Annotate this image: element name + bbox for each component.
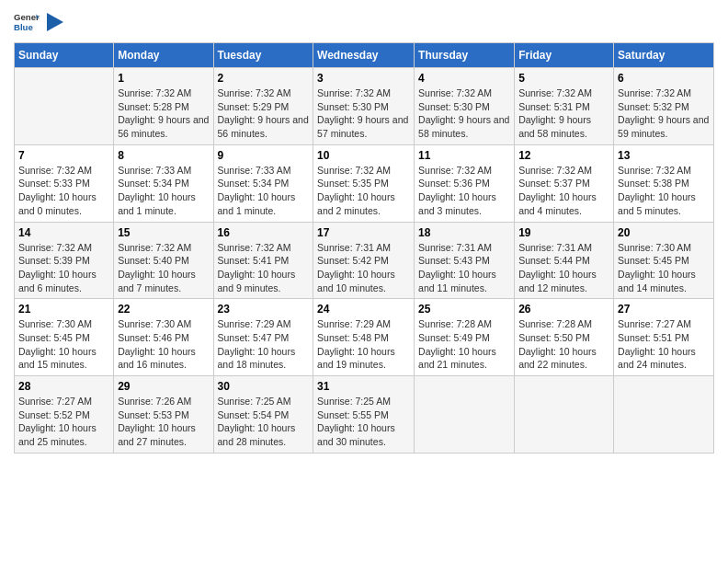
- svg-text:General: General: [14, 12, 40, 22]
- day-info: Sunrise: 7:32 AMSunset: 5:33 PMDaylight:…: [18, 164, 109, 218]
- day-info: Sunrise: 7:28 AMSunset: 5:49 PMDaylight:…: [418, 317, 510, 372]
- day-info: Sunrise: 7:32 AMSunset: 5:29 PMDaylight:…: [218, 86, 310, 141]
- day-number: 11: [418, 149, 510, 162]
- day-info: Sunrise: 7:27 AMSunset: 5:51 PMDaylight:…: [618, 317, 710, 372]
- weekday-header-saturday: Saturday: [614, 43, 714, 68]
- calendar-cell: [15, 68, 114, 145]
- day-number: 8: [118, 149, 209, 162]
- page-header: General Blue: [14, 9, 714, 35]
- week-row-1: 1Sunrise: 7:32 AMSunset: 5:28 PMDaylight…: [15, 68, 714, 145]
- calendar-cell: 30Sunrise: 7:25 AMSunset: 5:54 PMDayligh…: [213, 376, 313, 454]
- calendar-cell: 6Sunrise: 7:32 AMSunset: 5:32 PMDaylight…: [614, 68, 714, 145]
- day-number: 19: [518, 226, 609, 239]
- week-row-5: 28Sunrise: 7:27 AMSunset: 5:52 PMDayligh…: [15, 376, 714, 454]
- day-number: 1: [118, 72, 209, 85]
- calendar-table: SundayMondayTuesdayWednesdayThursdayFrid…: [14, 42, 714, 454]
- day-info: Sunrise: 7:32 AMSunset: 5:30 PMDaylight:…: [317, 86, 410, 141]
- day-info: Sunrise: 7:25 AMSunset: 5:55 PMDaylight:…: [317, 395, 410, 449]
- day-number: 15: [118, 226, 209, 239]
- calendar-cell: 10Sunrise: 7:32 AMSunset: 5:35 PMDayligh…: [313, 144, 415, 222]
- calendar-cell: 31Sunrise: 7:25 AMSunset: 5:55 PMDayligh…: [313, 376, 415, 454]
- calendar-cell: 3Sunrise: 7:32 AMSunset: 5:30 PMDaylight…: [313, 68, 415, 145]
- calendar-cell: 28Sunrise: 7:27 AMSunset: 5:52 PMDayligh…: [15, 376, 114, 454]
- day-number: 12: [518, 149, 609, 162]
- calendar-cell: 20Sunrise: 7:30 AMSunset: 5:45 PMDayligh…: [614, 222, 714, 299]
- calendar-cell: 15Sunrise: 7:32 AMSunset: 5:40 PMDayligh…: [114, 222, 213, 299]
- calendar-cell: 12Sunrise: 7:32 AMSunset: 5:37 PMDayligh…: [515, 144, 614, 222]
- day-info: Sunrise: 7:33 AMSunset: 5:34 PMDaylight:…: [218, 164, 310, 218]
- day-info: Sunrise: 7:32 AMSunset: 5:39 PMDaylight:…: [18, 241, 109, 295]
- weekday-header-friday: Friday: [515, 43, 614, 68]
- calendar-cell: 14Sunrise: 7:32 AMSunset: 5:39 PMDayligh…: [15, 222, 114, 299]
- calendar-cell: 9Sunrise: 7:33 AMSunset: 5:34 PMDaylight…: [213, 144, 313, 222]
- calendar-cell: [614, 376, 714, 454]
- day-number: 24: [317, 303, 410, 316]
- day-number: 9: [218, 149, 310, 162]
- day-number: 5: [518, 72, 609, 85]
- day-number: 17: [317, 226, 410, 239]
- weekday-header-sunday: Sunday: [15, 43, 114, 68]
- calendar-cell: 18Sunrise: 7:31 AMSunset: 5:43 PMDayligh…: [415, 222, 515, 299]
- weekday-header-tuesday: Tuesday: [213, 43, 313, 68]
- day-number: 29: [118, 380, 209, 393]
- weekday-header-thursday: Thursday: [415, 43, 515, 68]
- calendar-cell: 7Sunrise: 7:32 AMSunset: 5:33 PMDaylight…: [15, 144, 114, 222]
- day-info: Sunrise: 7:33 AMSunset: 5:34 PMDaylight:…: [118, 164, 209, 218]
- day-number: 20: [618, 226, 710, 239]
- calendar-cell: 27Sunrise: 7:27 AMSunset: 5:51 PMDayligh…: [614, 299, 714, 376]
- day-info: Sunrise: 7:30 AMSunset: 5:46 PMDaylight:…: [118, 317, 209, 372]
- day-info: Sunrise: 7:32 AMSunset: 5:31 PMDaylight:…: [518, 86, 609, 141]
- weekday-header-wednesday: Wednesday: [313, 43, 415, 68]
- svg-text:Blue: Blue: [14, 22, 33, 32]
- week-row-2: 7Sunrise: 7:32 AMSunset: 5:33 PMDaylight…: [15, 144, 714, 222]
- day-info: Sunrise: 7:30 AMSunset: 5:45 PMDaylight:…: [18, 317, 109, 372]
- day-info: Sunrise: 7:26 AMSunset: 5:53 PMDaylight:…: [118, 395, 209, 449]
- svg-marker-3: [47, 13, 63, 31]
- day-number: 16: [218, 226, 310, 239]
- day-info: Sunrise: 7:25 AMSunset: 5:54 PMDaylight:…: [218, 395, 310, 449]
- calendar-cell: 8Sunrise: 7:33 AMSunset: 5:34 PMDaylight…: [114, 144, 213, 222]
- day-number: 14: [18, 226, 109, 239]
- logo-icon: General Blue: [14, 9, 40, 35]
- day-number: 4: [418, 72, 510, 85]
- calendar-cell: 25Sunrise: 7:28 AMSunset: 5:49 PMDayligh…: [415, 299, 515, 376]
- calendar-cell: 5Sunrise: 7:32 AMSunset: 5:31 PMDaylight…: [515, 68, 614, 145]
- calendar-cell: [415, 376, 515, 454]
- day-number: 13: [618, 149, 710, 162]
- calendar-cell: 29Sunrise: 7:26 AMSunset: 5:53 PMDayligh…: [114, 376, 213, 454]
- day-number: 28: [18, 380, 109, 393]
- calendar-cell: [515, 376, 614, 454]
- day-info: Sunrise: 7:32 AMSunset: 5:35 PMDaylight:…: [317, 164, 410, 218]
- day-number: 6: [618, 72, 710, 85]
- logo-arrow-icon: [47, 13, 63, 31]
- day-info: Sunrise: 7:32 AMSunset: 5:32 PMDaylight:…: [618, 86, 710, 141]
- logo: General Blue: [14, 9, 63, 35]
- day-number: 18: [418, 226, 510, 239]
- day-info: Sunrise: 7:32 AMSunset: 5:40 PMDaylight:…: [118, 241, 209, 295]
- day-number: 23: [218, 303, 310, 316]
- weekday-header-monday: Monday: [114, 43, 213, 68]
- day-info: Sunrise: 7:29 AMSunset: 5:47 PMDaylight:…: [218, 317, 310, 372]
- day-info: Sunrise: 7:29 AMSunset: 5:48 PMDaylight:…: [317, 317, 410, 372]
- day-info: Sunrise: 7:32 AMSunset: 5:41 PMDaylight:…: [218, 241, 310, 295]
- day-number: 31: [317, 380, 410, 393]
- day-info: Sunrise: 7:30 AMSunset: 5:45 PMDaylight:…: [618, 241, 710, 295]
- day-info: Sunrise: 7:32 AMSunset: 5:37 PMDaylight:…: [518, 164, 609, 218]
- day-number: 21: [18, 303, 109, 316]
- week-row-4: 21Sunrise: 7:30 AMSunset: 5:45 PMDayligh…: [15, 299, 714, 376]
- day-info: Sunrise: 7:32 AMSunset: 5:38 PMDaylight:…: [618, 164, 710, 218]
- day-info: Sunrise: 7:27 AMSunset: 5:52 PMDaylight:…: [18, 395, 109, 449]
- calendar-cell: 17Sunrise: 7:31 AMSunset: 5:42 PMDayligh…: [313, 222, 415, 299]
- calendar-cell: 11Sunrise: 7:32 AMSunset: 5:36 PMDayligh…: [415, 144, 515, 222]
- calendar-cell: 19Sunrise: 7:31 AMSunset: 5:44 PMDayligh…: [515, 222, 614, 299]
- weekday-header-row: SundayMondayTuesdayWednesdayThursdayFrid…: [15, 43, 714, 68]
- day-number: 7: [18, 149, 109, 162]
- day-number: 10: [317, 149, 410, 162]
- week-row-3: 14Sunrise: 7:32 AMSunset: 5:39 PMDayligh…: [15, 222, 714, 299]
- calendar-cell: 13Sunrise: 7:32 AMSunset: 5:38 PMDayligh…: [614, 144, 714, 222]
- day-number: 30: [218, 380, 310, 393]
- day-number: 3: [317, 72, 410, 85]
- day-number: 26: [518, 303, 609, 316]
- calendar-cell: 1Sunrise: 7:32 AMSunset: 5:28 PMDaylight…: [114, 68, 213, 145]
- day-number: 27: [618, 303, 710, 316]
